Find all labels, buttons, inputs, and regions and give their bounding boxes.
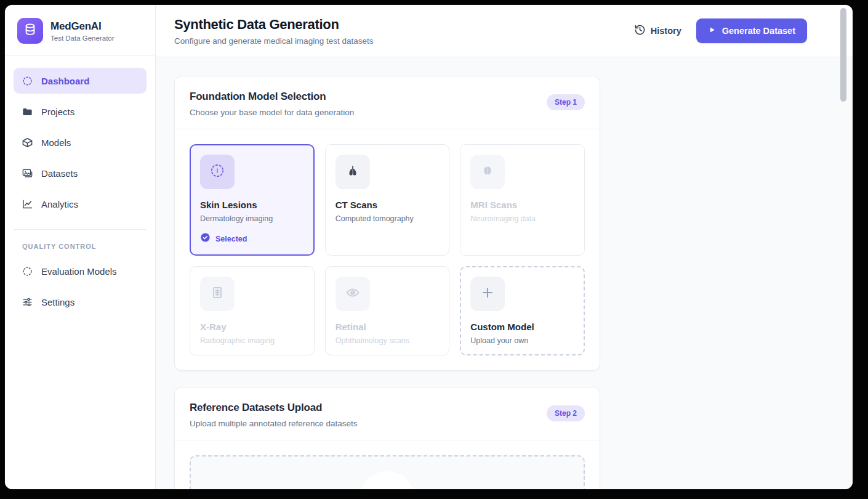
cube-icon xyxy=(22,137,33,148)
model-icon-box xyxy=(470,155,505,189)
model-description: Dermatology imaging xyxy=(200,214,304,223)
sidebar-item-analytics[interactable]: Analytics xyxy=(14,191,147,217)
app-tagline: Test Data Generator xyxy=(50,34,115,42)
foundation-section-header: Foundation Model Selection Choose your b… xyxy=(175,76,600,129)
sidebar-item-settings[interactable]: Settings xyxy=(14,289,147,315)
database-icon xyxy=(23,23,37,39)
header-actions: History Generate Dataset xyxy=(634,18,807,43)
content-scroll-area[interactable]: Foundation Model Selection Choose your b… xyxy=(156,57,853,489)
model-icon-box xyxy=(200,155,235,189)
page-header-text: Synthetic Data Generation Configure and … xyxy=(174,17,373,46)
sidebar-section-label: QUALITY CONTROL xyxy=(5,230,155,258)
sidebar-item-datasets[interactable]: Datasets xyxy=(14,160,147,186)
model-card-retinal: Retinal Ophthalmology scans xyxy=(325,266,450,355)
sidebar-item-label: Analytics xyxy=(41,199,78,209)
model-name: Skin Lesions xyxy=(200,200,304,210)
model-name: CT Scans xyxy=(336,200,440,210)
cloud-upload-icon xyxy=(374,485,401,489)
reference-section-body xyxy=(175,440,600,489)
generate-dataset-label: Generate Dataset xyxy=(722,26,795,36)
history-icon xyxy=(634,24,646,38)
sidebar-item-label: Projects xyxy=(41,107,74,117)
sliders-icon xyxy=(22,296,33,308)
step-badge: Step 2 xyxy=(547,405,585,421)
foundation-section-subtitle: Choose your base model for data generati… xyxy=(190,108,585,117)
model-name: MRI Scans xyxy=(470,200,574,210)
sidebar-item-dashboard[interactable]: Dashboard xyxy=(14,68,147,94)
xray-film-icon xyxy=(209,285,225,303)
model-description: Upload your own xyxy=(470,336,574,345)
check-circle-icon xyxy=(200,232,211,245)
plus-icon xyxy=(480,285,496,303)
model-card-mri-scans: MRI Scans Neuroimaging data xyxy=(460,144,585,256)
sidebar-nav: Dashboard Projects Model xyxy=(5,56,155,222)
sidebar-item-label: Evaluation Models xyxy=(41,266,117,277)
app-window: MedGenAI Test Data Generator Dashboard xyxy=(5,5,853,489)
upload-icon-circle xyxy=(359,471,416,489)
page-header: Synthetic Data Generation Configure and … xyxy=(156,5,853,57)
foundation-section-body: Skin Lesions Dermatology imaging Selecte… xyxy=(175,129,600,370)
main-area: Synthetic Data Generation Configure and … xyxy=(156,5,853,489)
folder-icon xyxy=(22,106,33,118)
history-label: History xyxy=(651,26,681,36)
model-card-ct-scans[interactable]: CT Scans Computed tomography xyxy=(325,144,450,256)
generate-dataset-button[interactable]: Generate Dataset xyxy=(696,18,807,43)
chart-line-icon xyxy=(22,198,33,210)
model-name: Custom Model xyxy=(470,322,574,332)
model-card-x-ray: X-Ray Radiographic imaging xyxy=(190,266,315,355)
lungs-icon xyxy=(345,163,361,181)
sidebar-item-evaluation-models[interactable]: Evaluation Models xyxy=(14,258,147,284)
dashed-circle-icon xyxy=(22,266,33,277)
sidebar-item-label: Datasets xyxy=(41,168,78,179)
sidebar-item-label: Models xyxy=(41,137,71,148)
page-title: Synthetic Data Generation xyxy=(174,17,373,33)
upload-dropzone[interactable] xyxy=(190,455,585,489)
foundation-model-section: Foundation Model Selection Choose your b… xyxy=(174,76,600,371)
sidebar-item-projects[interactable]: Projects xyxy=(14,99,147,124)
model-card-custom-model[interactable]: Custom Model Upload your own xyxy=(460,266,585,355)
reference-section-title: Reference Datasets Upload xyxy=(190,402,585,414)
dashed-circle-icon xyxy=(209,163,225,181)
model-card-skin-lesions[interactable]: Skin Lesions Dermatology imaging Selecte… xyxy=(190,144,315,256)
reference-section-header: Reference Datasets Upload Upload multipl… xyxy=(175,387,600,440)
model-icon-box xyxy=(336,277,370,311)
model-icon-box xyxy=(470,277,505,311)
dashed-circle-icon xyxy=(22,75,33,87)
model-name: Retinal xyxy=(336,322,440,332)
eye-icon xyxy=(345,285,361,303)
brand-text: MedGenAI Test Data Generator xyxy=(50,20,115,42)
model-description: Ophthalmology scans xyxy=(336,336,440,345)
sidebar: MedGenAI Test Data Generator Dashboard xyxy=(5,5,156,489)
model-icon-box xyxy=(200,277,235,311)
sidebar-quality-nav: Evaluation Models Settings xyxy=(5,258,155,320)
brand: MedGenAI Test Data Generator xyxy=(5,5,155,56)
scrollbar-thumb[interactable] xyxy=(840,8,846,102)
images-icon xyxy=(22,168,33,179)
model-grid: Skin Lesions Dermatology imaging Selecte… xyxy=(190,144,585,355)
brain-icon xyxy=(480,163,496,181)
page-subtitle: Configure and generate medical imaging t… xyxy=(174,36,373,46)
reference-datasets-section: Reference Datasets Upload Upload multipl… xyxy=(174,387,600,489)
selected-badge: Selected xyxy=(200,232,304,245)
sidebar-item-label: Settings xyxy=(41,297,74,307)
sidebar-item-label: Dashboard xyxy=(41,76,89,86)
model-icon-box xyxy=(336,155,370,189)
scrollbar-track[interactable] xyxy=(840,7,847,486)
model-description: Computed tomography xyxy=(336,214,440,223)
model-description: Radiographic imaging xyxy=(200,336,304,345)
step-badge: Step 1 xyxy=(547,94,585,110)
selected-label: Selected xyxy=(215,235,247,243)
app-name: MedGenAI xyxy=(50,20,115,33)
model-name: X-Ray xyxy=(200,322,304,332)
model-description: Neuroimaging data xyxy=(470,214,574,223)
app-logo xyxy=(17,18,43,44)
history-button[interactable]: History xyxy=(634,24,681,38)
sidebar-item-models[interactable]: Models xyxy=(14,129,147,155)
reference-section-subtitle: Upload multiple annotated reference data… xyxy=(190,419,585,428)
play-icon xyxy=(708,26,716,36)
foundation-section-title: Foundation Model Selection xyxy=(190,91,585,103)
